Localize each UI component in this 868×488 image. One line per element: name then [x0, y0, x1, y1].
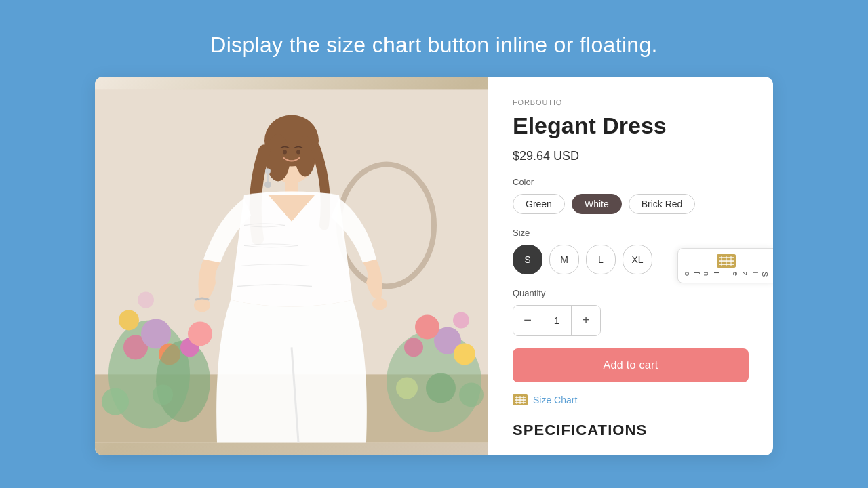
- add-to-cart-button[interactable]: Add to cart: [513, 348, 749, 382]
- svg-point-12: [102, 388, 129, 415]
- color-options: Green White Brick Red: [513, 194, 749, 214]
- brand-label: FORBOUTIQ: [513, 98, 749, 106]
- size-chart-link[interactable]: Size Chart: [513, 394, 749, 405]
- quantity-decrease-button[interactable]: −: [513, 306, 542, 336]
- svg-point-28: [194, 298, 210, 312]
- svg-point-32: [264, 181, 271, 188]
- svg-point-13: [153, 384, 173, 405]
- color-green-button[interactable]: Green: [513, 194, 565, 214]
- product-price: $29.64 USD: [513, 149, 749, 163]
- svg-point-8: [138, 291, 154, 308]
- svg-point-6: [119, 310, 139, 330]
- svg-point-33: [283, 150, 287, 154]
- specifications-title: SPECIFICATIONS: [513, 422, 749, 439]
- size-m-button[interactable]: M: [549, 245, 579, 274]
- size-chart-text: Size Chart: [533, 394, 577, 405]
- color-section-label: Color: [513, 177, 749, 187]
- quantity-increase-button[interactable]: +: [572, 306, 600, 336]
- svg-point-22: [453, 312, 469, 328]
- floating-tab-icon: [717, 255, 736, 268]
- size-xl-button[interactable]: XL: [623, 245, 652, 274]
- quantity-control: − 1 +: [513, 305, 601, 336]
- page-headline: Display the size chart button inline or …: [210, 33, 658, 58]
- quantity-value: 1: [542, 306, 572, 336]
- color-brickred-button[interactable]: Brick Red: [629, 194, 696, 214]
- floating-tab-text: SizeInfo: [682, 272, 770, 278]
- size-section-label: Size: [513, 228, 749, 238]
- svg-point-20: [459, 382, 484, 407]
- quantity-label: Quantity: [513, 288, 749, 298]
- svg-point-30: [265, 168, 271, 174]
- svg-point-16: [415, 314, 439, 339]
- quantity-section: − 1 +: [513, 305, 749, 336]
- product-title: Elegant Dress: [513, 112, 749, 140]
- svg-point-11: [188, 321, 212, 346]
- svg-point-17: [454, 343, 475, 365]
- svg-point-18: [404, 338, 423, 357]
- svg-point-29: [372, 298, 387, 310]
- size-chart-icon: [513, 394, 528, 405]
- product-image-container: [95, 77, 488, 455]
- product-card: FORBOUTIQ Elegant Dress $29.64 USD Color…: [95, 77, 773, 455]
- svg-point-26: [295, 136, 315, 176]
- size-l-button[interactable]: L: [586, 245, 616, 274]
- floating-size-tab[interactable]: SizeInfo: [677, 249, 773, 284]
- svg-point-25: [266, 134, 290, 181]
- size-s-button[interactable]: S: [513, 245, 542, 274]
- svg-point-21: [396, 377, 418, 399]
- color-white-button[interactable]: White: [572, 194, 622, 214]
- svg-point-34: [296, 150, 300, 154]
- svg-point-19: [426, 373, 456, 403]
